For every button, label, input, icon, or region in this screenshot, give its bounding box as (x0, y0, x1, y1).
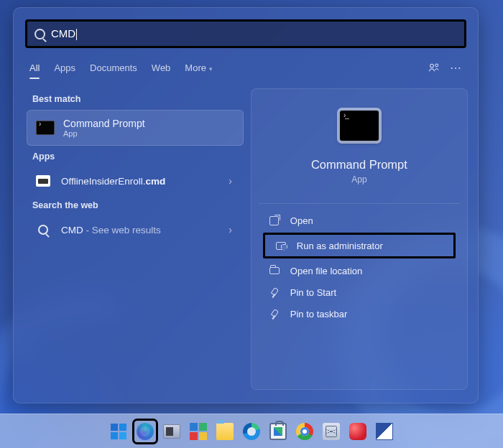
preview-actions: Open Run as administrator Open file loca… (259, 203, 460, 325)
preview-subtitle: App (351, 174, 366, 185)
result-app-0-text: OfflineInsiderEnroll.cmd (61, 176, 226, 187)
folder-icon (269, 265, 280, 276)
taskbar-edge[interactable] (241, 421, 262, 442)
section-apps: Apps (32, 151, 244, 162)
action-run-as-administrator[interactable]: Run as administrator (263, 233, 456, 258)
pin-icon (269, 286, 280, 298)
tab-documents[interactable]: Documents (90, 62, 137, 73)
best-match-subtitle: App (63, 129, 145, 138)
action-run-admin-label: Run as administrator (297, 241, 383, 251)
action-pin-to-start[interactable]: Pin to Start (259, 281, 460, 303)
action-pin-start-label: Pin to Start (290, 287, 336, 298)
taskbar-file-explorer[interactable] (214, 421, 236, 442)
more-options-icon[interactable]: ⋯ (446, 58, 465, 77)
search-box[interactable]: CMD (25, 19, 466, 48)
result-web-0-text: CMD - See web results (61, 225, 226, 235)
tab-apps[interactable]: Apps (54, 62, 75, 73)
search-query: CMD (51, 27, 77, 40)
start-search-panel: CMD All Apps Documents Web More▾ ⋯ Best … (13, 7, 479, 403)
taskbar-start[interactable] (108, 421, 129, 442)
taskbar-app-generic[interactable] (374, 421, 395, 442)
preview-column: Command Prompt App Open Run as administr… (251, 88, 468, 390)
preview-title: Command Prompt (311, 158, 407, 172)
tab-all[interactable]: All (29, 62, 40, 73)
tab-more[interactable]: More▾ (185, 62, 213, 73)
chevron-right-icon[interactable]: › (226, 224, 235, 235)
results-column: Best match Command Prompt App Apps Offli… (27, 88, 244, 390)
best-match-title: Command Prompt (63, 118, 145, 129)
svg-point-1 (435, 64, 438, 67)
taskbar-microsoft-store[interactable] (267, 421, 289, 442)
tab-web[interactable]: Web (152, 62, 171, 73)
taskbar-task-view[interactable] (161, 421, 183, 442)
section-best-match: Best match (32, 94, 244, 104)
admin-shield-icon (275, 240, 287, 251)
taskbar-search[interactable] (134, 421, 156, 442)
tab-more-label: More (185, 62, 206, 73)
chevron-down-icon: ▾ (209, 65, 213, 73)
cmd-file-icon (35, 174, 51, 187)
action-pin-to-taskbar[interactable]: Pin to taskbar (259, 303, 460, 325)
section-search-web: Search the web (32, 200, 244, 210)
pin-icon (269, 308, 280, 319)
action-open-label: Open (290, 215, 313, 226)
taskbar-app-huawei[interactable] (347, 421, 369, 442)
action-open-loc-label: Open file location (290, 266, 362, 276)
result-app-0[interactable]: OfflineInsiderEnroll.cmd › (27, 167, 244, 195)
chevron-right-icon[interactable]: › (226, 175, 235, 187)
filter-tabs: All Apps Documents Web More▾ ⋯ (14, 48, 478, 84)
account-icon[interactable] (425, 58, 443, 77)
command-prompt-icon (36, 121, 55, 135)
taskbar (0, 414, 503, 448)
open-icon (269, 215, 280, 226)
search-icon (34, 29, 45, 39)
action-pin-taskbar-label: Pin to taskbar (290, 309, 348, 319)
taskbar-chrome[interactable] (294, 421, 315, 442)
taskbar-widgets[interactable] (188, 421, 209, 442)
result-web-0[interactable]: CMD - See web results › (27, 216, 244, 243)
action-open-file-location[interactable]: Open file location (259, 260, 460, 281)
action-open[interactable]: Open (259, 210, 460, 231)
preview-app-icon (340, 111, 379, 141)
taskbar-mail[interactable] (320, 421, 342, 442)
svg-point-0 (430, 64, 434, 67)
result-best-match[interactable]: Command Prompt App (27, 110, 244, 146)
search-icon (35, 223, 51, 236)
